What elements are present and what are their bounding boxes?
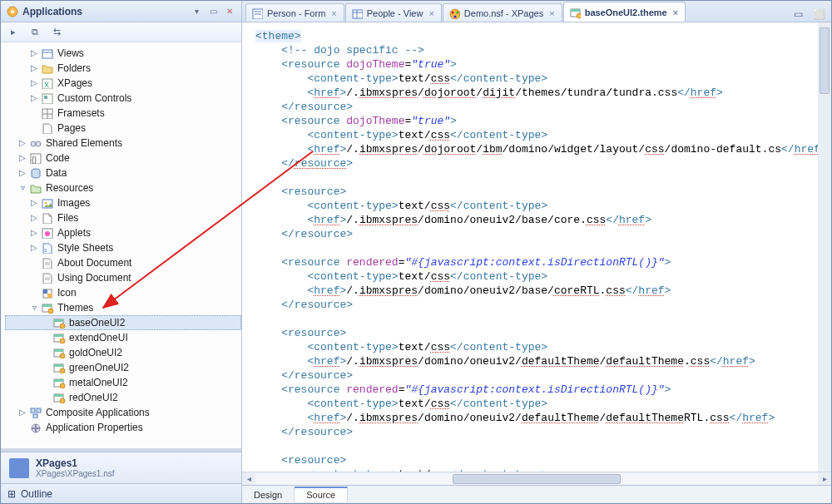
tree-item-extendoneui[interactable]: extendOneUI [6, 330, 241, 345]
svg-point-62 [451, 11, 453, 13]
tree-item-framesets[interactable]: Framesets [6, 106, 241, 121]
design-tab[interactable]: Design [242, 488, 295, 502]
close-panel-icon[interactable]: ✕ [223, 5, 236, 18]
tree-item-images[interactable]: ▷Images [6, 195, 241, 210]
tree-item-using-document[interactable]: Using Document [6, 270, 241, 285]
tree-item-resources[interactable]: ▿Resources [6, 180, 241, 195]
tree-item-applets[interactable]: ▷Applets [6, 225, 241, 240]
close-tab-icon[interactable]: × [549, 8, 554, 18]
tree-item-label: Views [57, 46, 84, 61]
svg-point-63 [456, 11, 458, 13]
minimize-editor-icon[interactable]: ▭ [790, 7, 805, 22]
tree-item-goldoneui2[interactable]: goldOneUI2 [6, 345, 241, 360]
applet-icon [41, 227, 54, 239]
collapse-icon[interactable]: ⇆ [49, 25, 64, 40]
tab-baseoneui2-theme[interactable]: baseOneUI2.theme× [563, 2, 686, 22]
twisty-icon[interactable]: ▷ [29, 91, 39, 106]
tree-item-custom-controls[interactable]: ▷Custom Controls [6, 91, 241, 106]
new-folder-icon[interactable]: ▸ [6, 25, 21, 40]
source-tab[interactable]: Source [295, 487, 348, 502]
tab-demo-nsf-xpages[interactable]: Demo.nsf - XPages× [443, 3, 562, 22]
tree-item-pages[interactable]: Pages [6, 121, 241, 136]
tree-item-icon[interactable]: Icon [6, 285, 241, 300]
tree-item-redoneui2[interactable]: redOneUI2 [6, 390, 241, 405]
svg-rect-26 [43, 289, 47, 294]
twisty-icon[interactable]: ▷ [17, 405, 27, 420]
close-tab-icon[interactable]: × [428, 8, 433, 18]
xpages-icon: X [41, 77, 54, 89]
tab-person-form[interactable]: Person - Form× [245, 3, 344, 22]
twisty-icon[interactable]: ▷ [17, 136, 27, 151]
svg-rect-49 [31, 408, 35, 413]
twisty-icon[interactable]: ▷ [29, 225, 39, 240]
twisty-icon[interactable]: ▷ [29, 46, 39, 61]
view-icon [351, 7, 363, 19]
theme-icon [52, 377, 66, 388]
source-editor[interactable]: <theme> <!-- dojo specific --> <resource… [242, 22, 818, 472]
tree-item-files[interactable]: ▷Files [6, 210, 241, 225]
navigator-tree[interactable]: ▷Views▷Folders▷XXPages▷Custom ControlsFr… [1, 42, 241, 448]
tree-item-greenoneui2[interactable]: greenOneUI2 [6, 360, 241, 375]
tree-item-label: redOneUI2 [69, 390, 118, 405]
twisty-icon[interactable]: ▷ [17, 166, 27, 180]
twisty-icon[interactable]: ▷ [29, 61, 39, 76]
svg-point-11 [31, 141, 36, 146]
close-tab-icon[interactable]: × [331, 8, 336, 18]
svg-point-19 [45, 231, 50, 236]
outline-expand-icon: ⊞ [7, 488, 16, 500]
nsf-icon [448, 7, 460, 19]
tree-item-views[interactable]: ▷Views [6, 46, 241, 61]
outline-header[interactable]: ⊞ Outline [1, 483, 241, 503]
editor-area: Person - Form×People - View×Demo.nsf - X… [242, 1, 831, 503]
svg-rect-35 [54, 334, 63, 337]
twisty-icon[interactable]: ▷ [17, 151, 27, 166]
svg-rect-50 [37, 408, 41, 413]
twisty-icon[interactable]: ▷ [29, 76, 39, 91]
tree-item-folders[interactable]: ▷Folders [6, 61, 241, 76]
tree-item-label: Pages [57, 121, 86, 136]
tree-item-data[interactable]: ▷Data [6, 166, 241, 180]
tree-item-application-properties[interactable]: Application Properties [6, 420, 241, 435]
tree-item-label: goldOneUI2 [69, 345, 122, 360]
tree-item-style-sheets[interactable]: ▷sStyle Sheets [6, 240, 241, 255]
minimize-icon[interactable]: ▭ [206, 5, 220, 18]
tree-item-metaloneui2[interactable]: metalOneUI2 [6, 375, 241, 390]
folders-icon [41, 62, 54, 74]
maximize-editor-icon[interactable]: ⬜ [811, 7, 826, 22]
scroll-right-icon[interactable]: ▸ [818, 474, 831, 483]
tree-item-baseoneui2[interactable]: baseOneUI2 [5, 315, 241, 330]
bottom-db-item[interactable]: XPages1 XPages\XPages1.nsf [1, 452, 241, 483]
workbench: Applications ▾ ▭ ✕ ▸ ⧉ ⇆ ▷Views▷Folders▷… [0, 0, 832, 504]
view-menu-icon[interactable]: ▾ [190, 5, 203, 18]
horizontal-scrollbar[interactable]: ◂ ▸ [242, 472, 831, 485]
tree-item-label: Themes [57, 300, 93, 315]
svg-text:X: X [44, 81, 49, 89]
tree-item-shared-elements[interactable]: ▷Shared Elements [6, 136, 241, 151]
tree-item-about-document[interactable]: About Document [6, 255, 241, 270]
close-tab-icon[interactable]: × [673, 7, 678, 17]
twisty-icon[interactable]: ▷ [29, 240, 39, 255]
link-icon[interactable]: ⧉ [27, 25, 42, 40]
twisty-icon[interactable]: ▿ [29, 300, 39, 315]
db-title: XPages1 [36, 457, 115, 469]
svg-rect-51 [33, 414, 37, 418]
tab-people-view[interactable]: People - View× [345, 3, 442, 22]
editor-tabs: Person - Form×People - View×Demo.nsf - X… [242, 1, 831, 22]
twisty-icon[interactable]: ▷ [29, 210, 39, 225]
page-icon [41, 122, 54, 134]
tree-item-composite-applications[interactable]: ▷Composite Applications [6, 405, 241, 420]
twisty-icon[interactable]: ▷ [29, 195, 39, 210]
tree-item-label: Application Properties [46, 420, 143, 435]
tree-item-code[interactable]: ▷{}Code [6, 151, 241, 166]
twisty-icon[interactable]: ▿ [17, 180, 27, 195]
tree-item-label: greenOneUI2 [69, 360, 129, 375]
db-path: XPages\XPages1.nsf [36, 469, 115, 478]
scroll-left-icon[interactable]: ◂ [242, 474, 255, 483]
svg-rect-7 [44, 96, 47, 99]
tree-item-xpages[interactable]: ▷XXPages [6, 76, 241, 91]
props-icon [29, 422, 42, 433]
tree-item-themes[interactable]: ▿Themes [6, 300, 241, 315]
vertical-scrollbar[interactable] [818, 22, 831, 472]
sidebar: Applications ▾ ▭ ✕ ▸ ⧉ ⇆ ▷Views▷Folders▷… [1, 1, 242, 503]
res-icon [29, 182, 42, 194]
